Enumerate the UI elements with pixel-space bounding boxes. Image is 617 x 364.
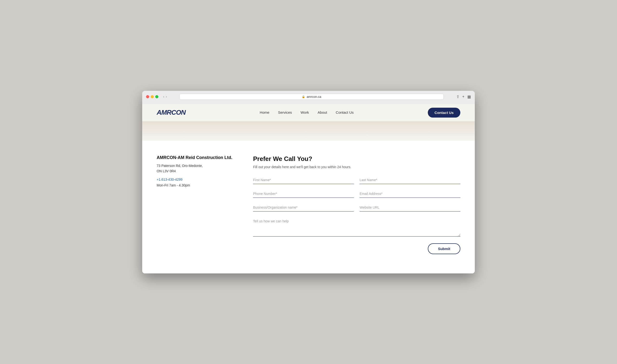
minimize-button[interactable] [151, 95, 154, 98]
last-name-input[interactable] [360, 176, 460, 184]
form-subtitle: Fill out your details here and we'll get… [253, 165, 460, 169]
nav-services[interactable]: Services [278, 110, 292, 115]
form-title: Prefer We Call You? [253, 155, 460, 163]
company-name: AMRCON-AM Reid Construction Ltd. [157, 155, 234, 160]
lock-icon: 🔒 [302, 95, 305, 98]
hero-background [142, 121, 475, 141]
first-name-field [253, 176, 354, 184]
browser-window: ‹ › 🔒 amrcon.ca ⇧ + ▦ AMRCON Home Servic [142, 91, 475, 273]
navbar: AMRCON Home Services Work About Contact … [142, 104, 475, 121]
share-icon[interactable]: ⇧ [456, 94, 459, 99]
business-input[interactable] [253, 204, 354, 211]
business-field [253, 204, 354, 211]
nav-links: Home Services Work About Contact Us [260, 110, 354, 115]
tab-bar [146, 102, 471, 104]
nav-work[interactable]: Work [301, 110, 309, 115]
nav-about[interactable]: About [318, 110, 327, 115]
logo-text: AMRCON [157, 109, 185, 116]
contact-info-section: AMRCON-AM Reid Construction Ltd. 73 Pate… [157, 155, 234, 187]
contact-form-section: Prefer We Call You? Fill out your detail… [253, 155, 460, 254]
browser-chrome: ‹ › 🔒 amrcon.ca ⇧ + ▦ [142, 91, 475, 104]
phone-field [253, 190, 354, 198]
close-button[interactable] [146, 95, 149, 98]
email-field [360, 190, 460, 198]
maximize-button[interactable] [155, 95, 158, 98]
business-hours: Mon-Fri 7am - 4.30pm [157, 183, 234, 187]
first-name-input[interactable] [253, 176, 354, 184]
address-line2: ON L3V 0R4 [157, 169, 234, 174]
submit-row: Submit [253, 243, 460, 254]
url-text: amrcon.ca [307, 95, 321, 99]
nav-contact[interactable]: Contact Us [336, 110, 354, 115]
main-content: AMRCON-AM Reid Construction Ltd. 73 Pate… [142, 141, 475, 273]
sidebar-icon[interactable]: ▦ [467, 94, 471, 99]
forward-button[interactable]: › [166, 95, 167, 99]
email-input[interactable] [360, 190, 460, 198]
new-tab-icon[interactable]: + [462, 94, 464, 99]
address-line1: 73 Paterson Rd, Oro-Medonte, [157, 163, 234, 169]
browser-actions: ⇧ + ▦ [456, 94, 471, 99]
website-field [360, 204, 460, 211]
nav-home[interactable]: Home [260, 110, 269, 115]
page-content: AMRCON Home Services Work About Contact … [142, 104, 475, 273]
traffic-lights [146, 95, 158, 98]
website-input[interactable] [360, 204, 460, 211]
submit-button[interactable]: Submit [428, 243, 460, 254]
contact-form: Submit [253, 176, 460, 254]
back-button[interactable]: ‹ [163, 95, 164, 99]
logo[interactable]: AMRCON [157, 109, 185, 116]
browser-nav-controls: ‹ › [163, 95, 167, 99]
address-bar[interactable]: 🔒 amrcon.ca [179, 94, 444, 100]
form-row-business [253, 204, 460, 211]
phone-link[interactable]: +1.613-430-4299 [157, 178, 234, 182]
form-row-name [253, 176, 460, 184]
form-row-contact [253, 190, 460, 198]
browser-top-bar: ‹ › 🔒 amrcon.ca ⇧ + ▦ [146, 94, 471, 100]
last-name-field [360, 176, 460, 184]
message-textarea[interactable] [253, 217, 460, 236]
form-row-message [253, 217, 460, 237]
nav-cta-button[interactable]: Contact Us [428, 108, 460, 117]
phone-input[interactable] [253, 190, 354, 198]
